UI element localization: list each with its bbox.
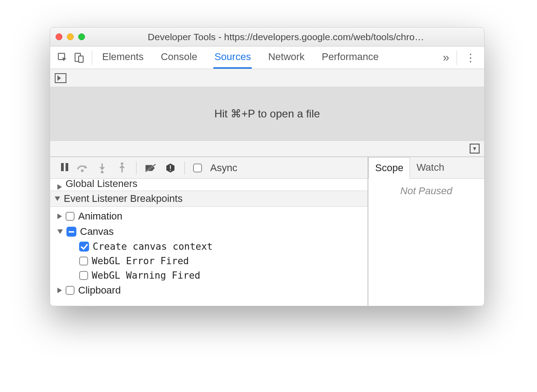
tab-watch[interactable]: Watch [410, 157, 451, 178]
breakpoint-webgl-error-fired[interactable]: WebGL Error Fired [50, 254, 367, 268]
open-file-hint: Hit ⌘+P to open a file [50, 87, 484, 140]
step-over-icon[interactable] [76, 162, 88, 174]
category-clipboard[interactable]: Clipboard [50, 283, 367, 298]
show-navigator-icon[interactable] [55, 73, 66, 83]
event-listener-breakpoints-header[interactable]: Event Listener Breakpoints [50, 191, 367, 207]
hint-text: Hit ⌘+P to open a file [214, 107, 320, 120]
expand-icon [57, 184, 62, 190]
inspect-element-icon[interactable] [55, 50, 71, 66]
checkbox-mixed[interactable] [66, 227, 76, 237]
async-label: Async [210, 162, 237, 174]
debugger-split: Async Global Listeners Event Listener Br… [50, 157, 484, 306]
checkbox[interactable] [79, 271, 88, 280]
category-label: Clipboard [78, 285, 121, 296]
step-out-icon[interactable] [116, 162, 128, 174]
step-into-icon[interactable] [96, 162, 108, 174]
separator [184, 162, 185, 174]
toggle-device-toolbar-icon[interactable] [71, 50, 87, 66]
breakpoint-label: WebGL Warning Fired [92, 270, 200, 281]
svg-point-7 [121, 163, 123, 165]
checkbox[interactable] [66, 212, 75, 221]
close-window-button[interactable] [56, 33, 62, 40]
svg-rect-10 [170, 165, 171, 169]
checkbox[interactable] [79, 257, 88, 266]
window-titlebar: Developer Tools - https://developers.goo… [50, 28, 484, 47]
tab-scope[interactable]: Scope [368, 157, 410, 179]
debugger-toolbar: Async [50, 157, 367, 179]
category-label: Animation [78, 210, 122, 222]
deactivate-breakpoints-icon[interactable] [145, 162, 156, 174]
svg-point-5 [101, 171, 104, 173]
collapse-icon [57, 229, 63, 234]
category-canvas[interactable]: Canvas [50, 224, 367, 239]
category-label: Canvas [80, 226, 114, 238]
checkbox-checked[interactable] [79, 242, 89, 252]
tab-sources[interactable]: Sources [213, 47, 252, 69]
svg-rect-2 [79, 56, 83, 62]
svg-rect-11 [170, 170, 171, 171]
zoom-window-button[interactable] [78, 33, 85, 40]
debugger-right-pane: Scope Watch Not Paused [368, 157, 484, 306]
right-pane-tabs: Scope Watch [368, 157, 484, 179]
event-listener-breakpoints-tree: Animation Canvas Create canvas context W… [50, 207, 367, 301]
expand-icon [57, 288, 62, 293]
minimize-window-button[interactable] [67, 33, 74, 40]
expand-icon [57, 214, 62, 219]
separator [136, 162, 137, 174]
breakpoint-label: Create canvas context [93, 241, 213, 252]
devtools-window: Developer Tools - https://developers.goo… [50, 27, 485, 306]
window-title: Developer Tools - https://developers.goo… [93, 32, 479, 42]
pause-script-icon[interactable] [57, 162, 68, 174]
breakpoint-create-canvas-context[interactable]: Create canvas context [50, 239, 367, 254]
window-controls [56, 33, 85, 40]
breakpoint-webgl-warning-fired[interactable]: WebGL Warning Fired [50, 268, 367, 283]
pause-on-exceptions-icon[interactable] [165, 162, 176, 174]
debugger-left-pane: Async Global Listeners Event Listener Br… [50, 157, 368, 306]
svg-point-3 [81, 169, 84, 172]
category-animation[interactable]: Animation [50, 209, 367, 224]
section-title: Event Listener Breakpoints [64, 193, 183, 205]
collapse-icon [55, 196, 60, 201]
tab-console[interactable]: Console [160, 47, 198, 69]
more-tabs-icon[interactable]: » [440, 51, 452, 65]
scope-body: Not Paused [368, 179, 484, 306]
section-title: Global Listeners [66, 179, 137, 190]
global-listeners-section-header[interactable]: Global Listeners [50, 179, 367, 191]
not-paused-message: Not Paused [400, 185, 452, 197]
devtools-main-toolbar: Elements Console Sources Network Perform… [50, 47, 484, 69]
breakpoint-label: WebGL Error Fired [92, 256, 189, 266]
separator [92, 51, 92, 65]
panel-tabs: Elements Console Sources Network Perform… [101, 47, 440, 69]
settings-menu-icon[interactable]: ⋮ [462, 51, 480, 64]
drawer-toggle-strip: ▼ [50, 140, 484, 157]
tab-elements[interactable]: Elements [101, 47, 145, 69]
async-checkbox[interactable] [193, 163, 202, 173]
tab-network[interactable]: Network [267, 47, 306, 69]
tab-performance[interactable]: Performance [321, 47, 380, 69]
separator [457, 51, 457, 65]
sources-subtoolbar [50, 69, 484, 87]
checkbox[interactable] [66, 286, 75, 295]
expand-drawer-icon[interactable]: ▼ [470, 144, 480, 154]
